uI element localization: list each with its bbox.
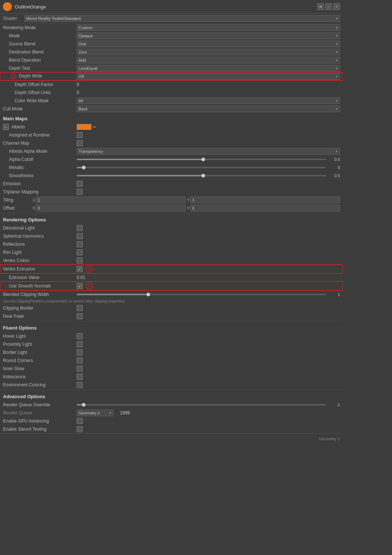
metallic-thumb[interactable] [82, 166, 86, 169]
proximity-light-label: Proximity Light [3, 342, 77, 347]
clipping-border-checkbox[interactable] [77, 305, 83, 311]
color-write-mask-label: Color Write Mask [3, 98, 77, 103]
rendering-mode-dropdown[interactable]: Custom ▼ [77, 24, 340, 31]
render-queue-override-slider[interactable]: -1 [77, 403, 340, 407]
environment-coloring-checkbox[interactable] [77, 382, 83, 388]
assigned-runtime-row: Assigned at Runtime [0, 131, 343, 139]
vertex-extrusion-checkbox[interactable]: ✓ [77, 266, 83, 272]
border-light-checkbox[interactable] [77, 349, 83, 355]
triplanar-checkbox[interactable] [77, 189, 83, 195]
depth-offset-factor-value: 0 [77, 82, 340, 87]
offset-x-axis: X [32, 206, 35, 210]
tiling-y-field: Y [187, 197, 340, 203]
blended-clipping-slider[interactable]: 1 [77, 292, 340, 297]
hover-light-checkbox[interactable] [77, 333, 83, 339]
metallic-fill [77, 167, 82, 168]
dest-blend-dropdown[interactable]: Zero ▼ [77, 49, 340, 55]
directional-light-checkbox[interactable] [77, 225, 83, 231]
source-blend-row: Source Blend One ▼ [0, 40, 343, 48]
gpu-instancing-checkbox[interactable] [77, 418, 83, 424]
header-btn-3[interactable]: × [333, 3, 340, 10]
vertex-extrusion-label: Vertex Extrusion [3, 266, 77, 272]
blended-clipping-label: Blended Clipping Width [3, 292, 77, 297]
depth-offset-factor-label: Depth Offset Factor [3, 82, 77, 87]
blended-clipping-thumb[interactable] [146, 293, 150, 296]
smoothness-value: 0.5 [329, 173, 340, 178]
tiling-x-axis: X [32, 198, 35, 202]
inner-glow-row: Inner Glow [0, 365, 343, 373]
iridescence-checkbox[interactable] [77, 374, 83, 380]
near-fade-checkbox[interactable] [77, 313, 83, 319]
alpha-cutoff-thumb[interactable] [201, 158, 205, 161]
rendering-mode-label: Rendering Mode [3, 25, 77, 30]
smoothness-thumb[interactable] [201, 174, 205, 177]
albedo-alpha-mode-dropdown[interactable]: Transparency ▼ [77, 148, 340, 155]
emission-label: Emission [3, 181, 77, 186]
enable-stencil-checkbox[interactable] [77, 426, 83, 432]
round-corners-checkbox[interactable] [77, 358, 83, 363]
assigned-runtime-checkbox[interactable] [77, 132, 83, 138]
rim-light-checkbox[interactable] [77, 249, 83, 255]
use-smooth-normals-label: Use Smooth Normals [3, 283, 77, 289]
source-blend-dropdown[interactable]: One ▼ [77, 41, 340, 47]
inner-glow-checkbox[interactable] [77, 366, 83, 372]
rendering-mode-row: Rendering Mode Custom ▼ [0, 24, 343, 32]
use-smooth-normals-badge: 3 [86, 282, 93, 290]
rq-override-value: -1 [329, 403, 340, 407]
offset-label: Offset [3, 206, 32, 211]
metallic-value: 0 [329, 165, 340, 170]
material-title: OutlineOrange [15, 4, 317, 10]
header-btn-2[interactable]: ↔ [325, 3, 332, 10]
gpu-instancing-row: Enable GPU Instancing [0, 417, 343, 425]
emission-checkbox[interactable] [77, 181, 83, 187]
header-btn-1[interactable]: ⧉ [317, 3, 324, 10]
shader-label: Shader [3, 16, 21, 21]
border-light-row: Border Light [0, 348, 343, 356]
smoothness-slider[interactable]: 0.5 [77, 173, 340, 178]
offset-y-input[interactable] [190, 205, 340, 211]
depth-test-label: Depth Test [3, 66, 77, 71]
metallic-slider[interactable]: 0 [77, 165, 340, 170]
tiling-row: Tiling X Y [0, 196, 343, 204]
divider-1 [0, 213, 343, 213]
tiling-label: Tiling [3, 197, 32, 203]
reflections-checkbox[interactable] [77, 241, 83, 247]
color-write-mask-row: Color Write Mask All ▼ [0, 97, 343, 105]
albedo-pencil-icon[interactable]: ✏ [93, 125, 96, 130]
alpha-cutoff-slider[interactable]: 0.5 [77, 157, 340, 162]
albedo-checkbox[interactable]: ○ [3, 124, 9, 130]
blend-op-dropdown[interactable]: Add ▼ [77, 57, 340, 63]
tiling-x-input[interactable] [36, 197, 185, 203]
alpha-cutoff-label: Alpha Cutoff [3, 157, 77, 162]
blended-clipping-fill [77, 294, 146, 295]
shader-select[interactable]: Mixed Reality Toolkit/Standard ▼ [24, 15, 340, 22]
extrusion-value: 0.01 [77, 275, 340, 280]
rendering-options-title: Rendering Options [0, 214, 343, 224]
rq-override-thumb[interactable] [82, 403, 86, 407]
vertex-colors-checkbox[interactable] [77, 258, 83, 263]
main-maps-title: Main Maps [0, 113, 343, 123]
alpha-cutoff-track [77, 159, 326, 160]
albedo-color-swatch[interactable] [77, 124, 91, 130]
cull-mode-dropdown[interactable]: Back ▼ [77, 106, 340, 112]
mode-dropdown[interactable]: Opaque ▼ [77, 32, 340, 39]
spherical-harmonics-checkbox[interactable] [77, 233, 83, 239]
channel-map-checkbox[interactable] [77, 140, 83, 146]
depth-write-dropdown[interactable]: Off ▼ [77, 73, 340, 80]
rim-light-label: Rim Light [3, 250, 77, 255]
render-queue-dropdown[interactable]: Geometry-1 ▼ [77, 410, 114, 416]
proximity-light-checkbox[interactable] [77, 341, 83, 347]
fluent-options-title: Fluent Options [0, 322, 343, 332]
tiling-y-input[interactable] [190, 197, 340, 203]
tiling-y-axis: Y [187, 198, 190, 202]
depth-test-dropdown[interactable]: LessEqual ▼ [77, 65, 340, 72]
proximity-light-row: Proximity Light [0, 340, 343, 348]
offset-x-input[interactable] [36, 205, 185, 211]
emission-row: Emission [0, 180, 343, 188]
offset-y-field: Y [187, 205, 340, 211]
cull-mode-label: Cull Mode [3, 106, 77, 111]
alpha-cutoff-value: 0.5 [329, 157, 340, 162]
divider-2 [0, 321, 343, 321]
use-smooth-normals-checkbox[interactable]: ✓ [77, 283, 83, 289]
color-write-mask-dropdown[interactable]: All ▼ [77, 97, 340, 104]
